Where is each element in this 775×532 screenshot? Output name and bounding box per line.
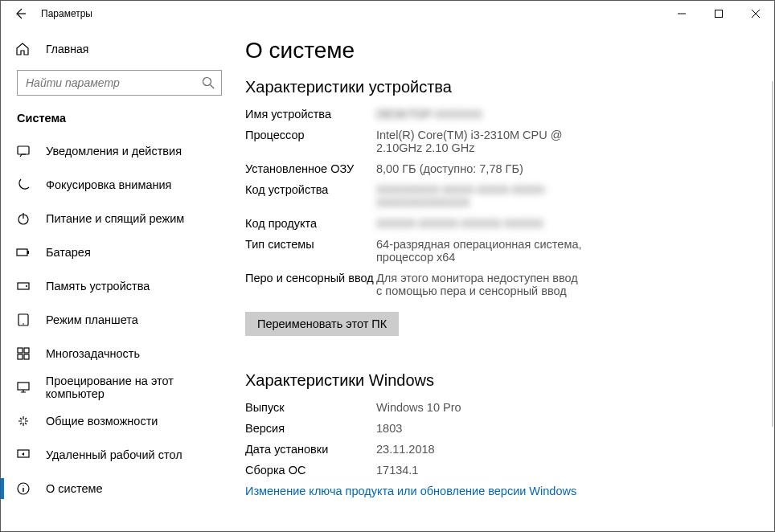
sidebar-item-label: Память устройства: [46, 280, 150, 293]
app-title: Параметры: [41, 8, 92, 19]
projecting-icon: [15, 380, 31, 395]
sidebar-item-notifications[interactable]: Уведомления и действия: [1, 134, 242, 168]
sidebar-item-projecting[interactable]: Проецирование на этот компьютер: [1, 370, 242, 404]
sidebar-item-label: Удаленный рабочий стол: [46, 448, 182, 461]
label-os-build: Сборка ОС: [245, 464, 376, 477]
value-version: 1803: [376, 422, 402, 435]
page-title: О системе: [245, 38, 758, 63]
sidebar-item-remote-desktop[interactable]: Удаленный рабочий стол: [1, 438, 242, 472]
row-ram: Установленное ОЗУ 8,00 ГБ (доступно: 7,7…: [245, 162, 758, 175]
sidebar-item-battery[interactable]: Батарея: [1, 235, 242, 269]
label-ram: Установленное ОЗУ: [245, 162, 376, 175]
label-system-type: Тип системы: [245, 238, 376, 264]
search-icon: [202, 76, 215, 89]
row-processor: Процессор Intel(R) Core(TM) i3-2310M CPU…: [245, 129, 758, 154]
close-icon: [752, 10, 760, 18]
arrow-left-icon: [14, 7, 27, 20]
value-edition: Windows 10 Pro: [376, 401, 461, 414]
focus-assist-icon: [15, 178, 31, 192]
notifications-icon: [15, 144, 31, 158]
window-controls: [663, 1, 774, 27]
sidebar-item-multitasking[interactable]: Многозадачность: [1, 337, 242, 370]
settings-window: Параметры Главная Система: [0, 0, 775, 532]
change-product-key-link[interactable]: Изменение ключа продукта или обновление …: [245, 485, 758, 497]
svg-rect-5: [27, 251, 29, 254]
sidebar-section-title: Система: [1, 104, 242, 134]
value-ram: 8,00 ГБ (доступно: 7,78 ГБ): [376, 162, 523, 175]
row-version: Версия 1803: [245, 422, 758, 435]
sidebar-item-label: Фокусировка внимания: [46, 178, 171, 191]
row-device-id: Код устройства XXXXXXXX-XXXX-XXXX-XXXX-X…: [245, 183, 758, 209]
row-install-date: Дата установки 23.11.2018: [245, 443, 758, 456]
sidebar-item-label: Режим планшета: [46, 313, 138, 326]
label-device-id: Код устройства: [245, 183, 376, 209]
sidebar-nav: Уведомления и действия Фокусировка внима…: [1, 134, 242, 505]
svg-rect-2: [18, 146, 29, 154]
label-version: Версия: [245, 422, 376, 435]
svg-rect-10: [18, 348, 23, 353]
sidebar-item-about[interactable]: О системе: [1, 472, 242, 505]
svg-point-9: [23, 323, 24, 325]
remote-desktop-icon: [15, 448, 31, 462]
label-device-name: Имя устройства: [245, 108, 376, 121]
shared-icon: [15, 414, 31, 428]
svg-rect-14: [18, 383, 29, 390]
sidebar-item-label: Питание и спящий режим: [46, 212, 184, 225]
row-os-build: Сборка ОС 17134.1: [245, 464, 758, 477]
search-input-wrap[interactable]: [17, 70, 222, 96]
row-edition: Выпуск Windows 10 Pro: [245, 401, 758, 414]
multitasking-icon: [15, 346, 31, 361]
storage-icon: [15, 279, 31, 293]
sidebar-item-label: Уведомления и действия: [46, 145, 182, 158]
home-link[interactable]: Главная: [1, 33, 242, 65]
sidebar-item-power-sleep[interactable]: Питание и спящий режим: [1, 202, 242, 235]
label-install-date: Дата установки: [245, 443, 376, 456]
value-device-id: XXXXXXXX-XXXX-XXXX-XXXX-XXXXXXXXXXXX: [376, 183, 585, 209]
sidebar-item-storage[interactable]: Память устройства: [1, 269, 242, 303]
home-label: Главная: [46, 43, 88, 55]
content-area: О системе Характеристики устройства Имя …: [242, 27, 774, 531]
value-processor: Intel(R) Core(TM) i3-2310M CPU @ 2.10GHz…: [376, 129, 585, 154]
maximize-button[interactable]: [700, 1, 737, 27]
sidebar-item-focus-assist[interactable]: Фокусировка внимания: [1, 168, 242, 202]
scrollbar[interactable]: [772, 81, 773, 427]
svg-point-7: [26, 285, 27, 287]
close-button[interactable]: [737, 1, 774, 27]
sidebar-item-label: Многозадачность: [46, 347, 140, 360]
row-system-type: Тип системы 64-разрядная операционная си…: [245, 238, 758, 264]
svg-rect-11: [24, 348, 29, 353]
row-pen-touch: Перо и сенсорный ввод Для этого монитора…: [245, 272, 758, 297]
back-button[interactable]: [10, 4, 30, 23]
sidebar-item-shared-experiences[interactable]: Общие возможности: [1, 404, 242, 438]
power-icon: [15, 211, 31, 226]
svg-point-1: [203, 78, 211, 86]
label-processor: Процессор: [245, 129, 376, 154]
value-os-build: 17134.1: [376, 464, 418, 477]
row-device-name: Имя устройства DESKTOP-XXXXXX: [245, 108, 758, 121]
battery-icon: [15, 245, 31, 260]
minimize-button[interactable]: [663, 1, 700, 27]
minimize-icon: [678, 10, 686, 18]
sidebar: Главная Система Уведомления и действия Ф…: [1, 27, 242, 531]
sidebar-item-tablet-mode[interactable]: Режим планшета: [1, 303, 242, 337]
info-icon: [15, 481, 31, 496]
row-product-id: Код продукта XXXXX-XXXXX-XXXXX-XXXXX: [245, 217, 758, 230]
value-system-type: 64-разрядная операционная система, проце…: [376, 238, 585, 264]
svg-rect-0: [716, 10, 723, 18]
sidebar-item-label: Проецирование на этот компьютер: [46, 374, 234, 400]
value-device-name: DESKTOP-XXXXXX: [376, 108, 482, 121]
tablet-icon: [15, 313, 31, 327]
titlebar: Параметры: [1, 1, 774, 27]
svg-rect-4: [17, 249, 27, 256]
sidebar-item-label: Батарея: [46, 246, 91, 259]
device-spec-heading: Характеристики устройства: [245, 78, 758, 96]
label-product-id: Код продукта: [245, 217, 376, 230]
label-edition: Выпуск: [245, 401, 376, 414]
sidebar-item-label: Общие возможности: [46, 415, 158, 428]
rename-pc-button[interactable]: Переименовать этот ПК: [245, 312, 399, 336]
svg-rect-12: [18, 354, 23, 359]
search-input[interactable]: [26, 76, 202, 89]
value-pen-touch: Для этого монитора недоступен ввод с пом…: [376, 272, 585, 297]
sidebar-item-label: О системе: [46, 482, 102, 495]
label-pen-touch: Перо и сенсорный ввод: [245, 272, 376, 297]
